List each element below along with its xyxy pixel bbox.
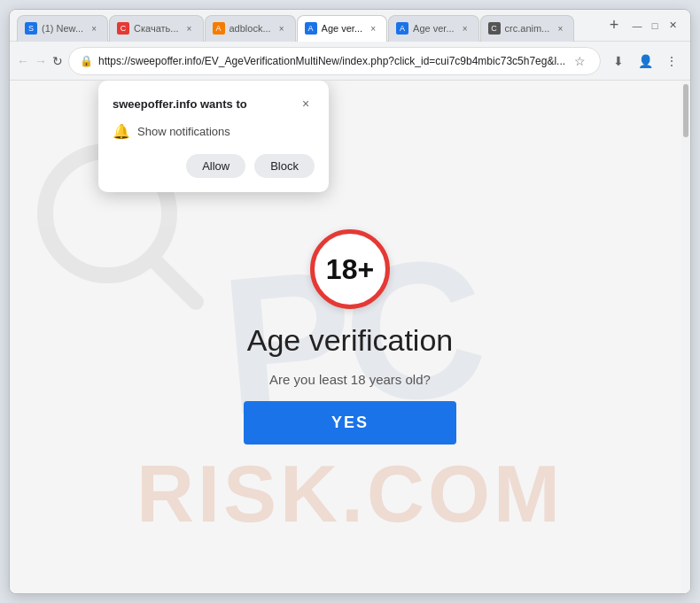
tab-favicon-tab5: A bbox=[396, 22, 408, 35]
tab-close-tab2[interactable]: × bbox=[183, 22, 196, 35]
title-bar: S(1) New...×ССкачать...×Aadblock...×AAge… bbox=[10, 10, 690, 42]
tab-tab1[interactable]: S(1) New...× bbox=[17, 15, 108, 42]
tab-tab5[interactable]: AAge ver...× bbox=[388, 15, 478, 42]
popup-title: sweepoffer.info wants to bbox=[113, 97, 247, 111]
risk-watermark-text: RISK.COM bbox=[136, 449, 564, 540]
tab-title-tab4: Age ver... bbox=[322, 23, 362, 34]
tab-title-tab6: crc.anim... bbox=[505, 23, 550, 34]
age-badge: 18+ bbox=[310, 229, 390, 309]
allow-button[interactable]: Allow bbox=[186, 154, 245, 178]
lock-icon: 🔒 bbox=[80, 55, 93, 67]
tab-tab3[interactable]: Aadblock...× bbox=[205, 15, 296, 42]
tabs-bar: S(1) New...×ССкачать...×Aadblock...×AAge… bbox=[17, 10, 598, 42]
browser-window: S(1) New...×ССкачать...×Aadblock...×AAge… bbox=[9, 9, 691, 594]
download-button[interactable]: ⬇ bbox=[606, 49, 631, 73]
maximize-button[interactable]: □ bbox=[648, 19, 662, 33]
tab-favicon-tab4: A bbox=[305, 22, 317, 35]
notification-popup: sweepoffer.info wants to × 🔔 Show notifi… bbox=[98, 81, 329, 192]
tab-favicon-tab3: A bbox=[213, 22, 225, 35]
block-button[interactable]: Block bbox=[254, 154, 315, 178]
svg-line-1 bbox=[156, 262, 196, 302]
age-verification-section: 18+ Age verification Are you least 18 ye… bbox=[244, 229, 456, 445]
tab-favicon-tab1: S bbox=[25, 22, 37, 35]
popup-buttons: Allow Block bbox=[113, 154, 315, 178]
tab-close-tab4[interactable]: × bbox=[367, 22, 379, 35]
refresh-button[interactable]: ↻ bbox=[52, 49, 63, 73]
profile-button[interactable]: 👤 bbox=[633, 49, 657, 73]
tab-tab6[interactable]: Ccrc.anim...× bbox=[480, 15, 575, 42]
close-window-button[interactable]: ✕ bbox=[665, 19, 680, 33]
tab-title-tab5: Age ver... bbox=[413, 23, 454, 34]
window-controls: — □ ✕ bbox=[630, 19, 680, 33]
age-verification-subtitle: Are you least 18 years old? bbox=[269, 372, 431, 387]
tab-title-tab3: adblock... bbox=[229, 23, 271, 34]
popup-content: 🔔 Show notifications bbox=[113, 123, 315, 140]
scrollbar[interactable] bbox=[681, 81, 690, 593]
tab-favicon-tab6: C bbox=[488, 22, 501, 35]
tab-title-tab2: Скачать... bbox=[134, 23, 178, 34]
url-text: https://sweepoffer.info/EV_AgeVerificati… bbox=[98, 55, 565, 67]
scrollbar-thumb[interactable] bbox=[683, 84, 688, 137]
forward-button[interactable]: → bbox=[35, 49, 47, 73]
back-button[interactable]: ← bbox=[17, 49, 29, 73]
tab-tab2[interactable]: ССкачать...× bbox=[109, 15, 203, 42]
tab-tab4[interactable]: AAge ver...× bbox=[297, 15, 387, 42]
popup-header: sweepoffer.info wants to × bbox=[113, 95, 315, 112]
age-verification-title: Age verification bbox=[247, 323, 453, 358]
yes-button[interactable]: YES bbox=[244, 401, 456, 445]
address-bar[interactable]: 🔒 https://sweepoffer.info/EV_AgeVerifica… bbox=[68, 47, 601, 75]
bookmark-icon[interactable]: ☆ bbox=[571, 54, 589, 68]
page-content: PC RISK.COM sweepoffer.info wants to × 🔔… bbox=[10, 81, 690, 593]
tab-favicon-tab2: С bbox=[117, 22, 129, 35]
tab-close-tab5[interactable]: × bbox=[459, 22, 471, 35]
tab-close-tab1[interactable]: × bbox=[88, 22, 100, 35]
popup-description: Show notifications bbox=[137, 125, 230, 138]
menu-button[interactable]: ⋮ bbox=[659, 49, 684, 73]
new-tab-button[interactable]: + bbox=[602, 13, 626, 38]
bell-icon: 🔔 bbox=[113, 123, 130, 140]
popup-close-button[interactable]: × bbox=[297, 95, 315, 112]
tab-close-tab6[interactable]: × bbox=[554, 22, 566, 35]
address-bar-row: ← → ↻ 🔒 https://sweepoffer.info/EV_AgeVe… bbox=[10, 42, 690, 81]
toolbar-icons: ⬇ 👤 ⋮ bbox=[606, 49, 684, 73]
minimize-button[interactable]: — bbox=[630, 19, 644, 33]
tab-close-tab3[interactable]: × bbox=[276, 22, 288, 35]
tab-title-tab1: (1) New... bbox=[42, 23, 83, 34]
